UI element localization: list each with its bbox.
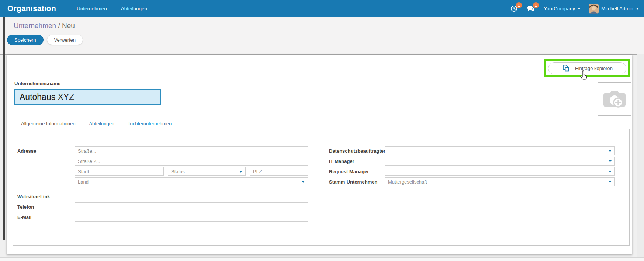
request-manager-label: Request Manager <box>329 169 385 174</box>
top-navbar: Organisation Unternehmen Abteilungen 1 1… <box>0 0 644 17</box>
copy-icon <box>562 64 570 72</box>
app-title: Organisation <box>7 4 56 13</box>
control-panel: Unternehmen / Neu Speichern Verwerfen <box>0 17 644 54</box>
form-right-column: Datenschutzbeauftragter IT Manager <box>329 146 615 188</box>
chevron-down-icon <box>578 8 581 10</box>
window-left-edge <box>3 17 5 240</box>
website-input[interactable] <box>75 192 308 201</box>
state-field-wrap <box>168 167 246 176</box>
it-manager-label: IT Manager <box>329 159 385 164</box>
user-menu[interactable]: Mitchell Admin <box>589 4 639 14</box>
website-label: Websiten-Link <box>17 194 75 199</box>
save-button[interactable]: Speichern <box>7 35 44 45</box>
breadcrumb-separator: / <box>56 22 62 29</box>
it-manager-input[interactable] <box>385 157 614 165</box>
form-left-column: Adresse <box>17 146 308 223</box>
user-name: Mitchell Admin <box>601 6 633 11</box>
nav-menu-unternehmen[interactable]: Unternehmen <box>77 6 107 11</box>
street2-field-wrap <box>75 157 308 166</box>
activity-badge: 1 <box>516 2 522 8</box>
parent-company-label: Stamm-Unternehmen <box>329 179 385 185</box>
chevron-down-icon <box>636 8 639 10</box>
mouse-cursor-icon <box>579 70 589 81</box>
tab-allgemeine-informationen[interactable]: Allgemeine Informationen <box>14 118 82 130</box>
vertical-scrollbar[interactable] <box>637 54 644 257</box>
zip-input[interactable] <box>250 167 308 175</box>
email-field-wrap <box>75 213 308 222</box>
request-manager-field-wrap <box>385 167 615 176</box>
tab-tochterunternehmen[interactable]: Tochterunternehmen <box>121 118 178 129</box>
notebook-tabs: Allgemeine Informationen Abteilungen Toc… <box>14 118 178 129</box>
dpo-label: Datenschutzbeauftragter <box>329 148 385 154</box>
messages-badge: 1 <box>533 2 539 8</box>
dpo-field-wrap <box>385 146 615 155</box>
breadcrumb: Unternehmen / Neu <box>14 22 75 30</box>
country-field-wrap <box>75 177 308 186</box>
street-input[interactable] <box>75 147 308 155</box>
country-input[interactable] <box>75 178 308 186</box>
tab-abteilungen[interactable]: Abteilungen <box>82 118 121 129</box>
horizontal-scrollbar[interactable] <box>0 257 644 261</box>
email-label: E-Mail <box>17 215 75 220</box>
company-switcher[interactable]: YourCompany <box>544 6 581 11</box>
parent-company-input[interactable] <box>385 178 614 186</box>
discard-button[interactable]: Verwerfen <box>47 35 83 45</box>
address-label: Adresse <box>17 148 75 154</box>
company-name: YourCompany <box>544 6 575 11</box>
dpo-input[interactable] <box>385 147 614 155</box>
messages-icon[interactable]: 1 <box>527 4 536 13</box>
company-name-label: Unternehmensname <box>14 81 60 86</box>
activity-icon[interactable]: 1 <box>510 4 519 13</box>
company-photo-upload[interactable] <box>598 82 631 116</box>
company-name-input[interactable] <box>14 89 161 105</box>
request-manager-input[interactable] <box>385 167 614 175</box>
nav-menu-abteilungen[interactable]: Abteilungen <box>121 6 147 11</box>
it-manager-field-wrap <box>385 157 615 166</box>
email-input[interactable] <box>75 213 308 221</box>
phone-field-wrap <box>75 202 308 211</box>
breadcrumb-current: Neu <box>62 22 75 29</box>
state-input[interactable] <box>168 167 245 175</box>
breadcrumb-parent[interactable]: Unternehmen <box>14 22 56 29</box>
tab-content: Adresse <box>13 129 630 246</box>
street2-input[interactable] <box>75 157 308 165</box>
avatar <box>589 4 599 14</box>
zip-field-wrap <box>250 167 308 176</box>
street-field-wrap <box>75 146 308 155</box>
camera-add-icon <box>603 88 626 110</box>
website-field-wrap <box>75 192 308 201</box>
form-sheet: Einträge kopieren Unternehmensname Allge… <box>7 55 632 254</box>
parent-company-field-wrap <box>385 177 615 186</box>
nav-menus: Unternehmen Abteilungen <box>77 6 147 11</box>
phone-input[interactable] <box>75 203 308 211</box>
phone-label: Telefon <box>17 204 75 210</box>
city-input[interactable] <box>75 167 163 175</box>
city-field-wrap <box>75 167 164 176</box>
